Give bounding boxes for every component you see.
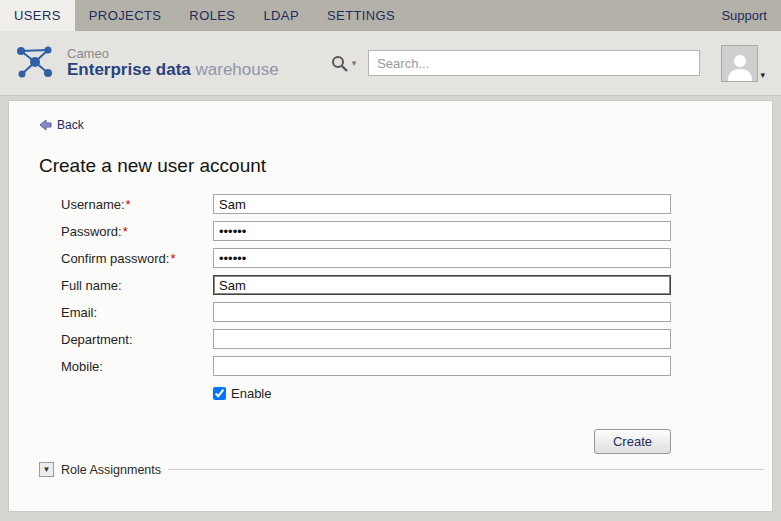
page-title: Create a new user account bbox=[39, 155, 772, 177]
form-row: Full name: bbox=[61, 275, 772, 295]
department-label: Department: bbox=[61, 332, 213, 347]
app-logo: Cameo Enterprise data warehouse bbox=[12, 42, 279, 84]
create-button[interactable]: Create bbox=[594, 429, 671, 454]
form-actions: Create bbox=[61, 429, 671, 454]
tab-ldap[interactable]: LDAP bbox=[249, 0, 313, 31]
back-arrow-icon bbox=[39, 119, 52, 131]
form-row: Username:* bbox=[61, 194, 772, 214]
support-link[interactable]: Support bbox=[707, 8, 781, 23]
form-row: Department: bbox=[61, 329, 772, 349]
password-input[interactable] bbox=[213, 221, 671, 241]
username-input[interactable] bbox=[213, 194, 671, 214]
tab-users[interactable]: USERS bbox=[0, 0, 75, 31]
search-input[interactable] bbox=[368, 50, 700, 76]
role-assignments-section: ▼ Role Assignments bbox=[39, 462, 764, 477]
enable-label-text: Enable bbox=[231, 386, 271, 401]
brand-cameo: Cameo bbox=[67, 47, 279, 61]
top-nav: USERS PROJECTS ROLES LDAP SETTINGS Suppo… bbox=[0, 0, 781, 31]
required-asterisk: * bbox=[126, 197, 131, 212]
email-input[interactable] bbox=[213, 302, 671, 322]
section-divider bbox=[168, 469, 764, 470]
person-icon bbox=[725, 51, 755, 81]
search-icon[interactable] bbox=[331, 55, 348, 72]
search-dropdown-arrow[interactable]: ▾ bbox=[352, 58, 357, 68]
enable-checkbox[interactable] bbox=[213, 387, 226, 400]
username-label: Username:* bbox=[61, 197, 213, 212]
required-asterisk: * bbox=[170, 251, 175, 266]
triangle-collapse-icon: ▼ bbox=[43, 465, 51, 474]
content-panel: Back Create a new user account Username:… bbox=[8, 100, 773, 512]
full-name-label: Full name: bbox=[61, 278, 213, 293]
confirm-password-input[interactable] bbox=[213, 248, 671, 268]
role-assignments-toggle[interactable]: ▼ bbox=[39, 462, 54, 477]
create-user-form: Username:* Password:* Confirm password:*… bbox=[61, 194, 772, 401]
brand-bar: Cameo Enterprise data warehouse ▾ ▾ bbox=[0, 31, 781, 96]
avatar[interactable] bbox=[721, 45, 758, 82]
search-group: ▾ bbox=[331, 50, 701, 76]
enable-checkbox-label[interactable]: Enable bbox=[213, 386, 271, 401]
back-link[interactable]: Back bbox=[39, 118, 84, 132]
form-row: Email: bbox=[61, 302, 772, 322]
back-label: Back bbox=[57, 118, 84, 132]
password-label: Password:* bbox=[61, 224, 213, 239]
email-label: Email: bbox=[61, 305, 213, 320]
brand-enterprise-data: Enterprise data bbox=[67, 60, 191, 79]
mobile-input[interactable] bbox=[213, 356, 671, 376]
user-menu: ▾ bbox=[721, 45, 765, 82]
enable-row: Enable bbox=[213, 386, 772, 401]
tab-roles[interactable]: ROLES bbox=[175, 0, 249, 31]
brand-text: Cameo Enterprise data warehouse bbox=[67, 47, 279, 78]
mobile-label: Mobile: bbox=[61, 359, 213, 374]
required-asterisk: * bbox=[123, 224, 128, 239]
tab-settings[interactable]: SETTINGS bbox=[313, 0, 409, 31]
tab-projects[interactable]: PROJECTS bbox=[75, 0, 176, 31]
user-menu-dropdown-arrow[interactable]: ▾ bbox=[760, 70, 765, 82]
role-assignments-label: Role Assignments bbox=[61, 463, 161, 477]
form-row: Password:* bbox=[61, 221, 772, 241]
full-name-input[interactable] bbox=[213, 275, 671, 295]
confirm-password-label: Confirm password:* bbox=[61, 251, 213, 266]
brand-warehouse: warehouse bbox=[196, 60, 279, 79]
logo-network-icon bbox=[12, 42, 58, 84]
form-row: Mobile: bbox=[61, 356, 772, 376]
form-row: Confirm password:* bbox=[61, 248, 772, 268]
department-input[interactable] bbox=[213, 329, 671, 349]
